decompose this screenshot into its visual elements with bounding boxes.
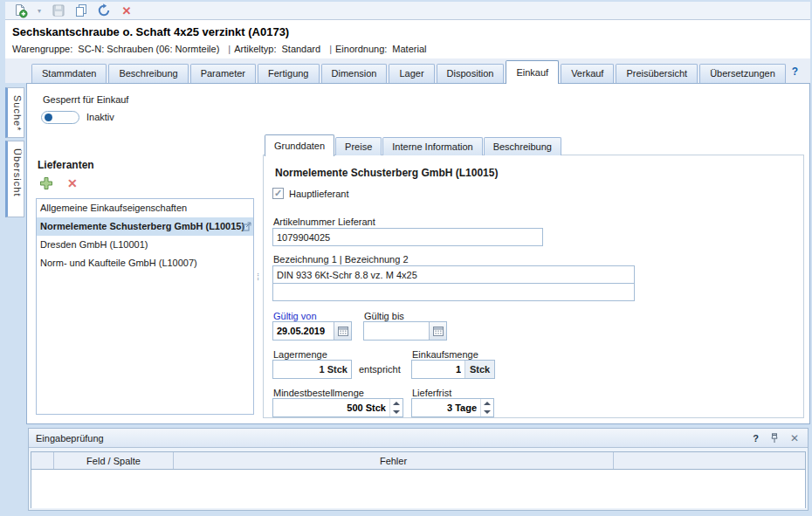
gueltig-bis-input[interactable] (364, 322, 429, 340)
lieferfrist-label: Lieferfrist (412, 388, 451, 398)
einkaufsmenge-field: Stck (411, 360, 495, 379)
indicator-column-header[interactable] (31, 452, 54, 469)
open-supplier-icon[interactable] (242, 222, 251, 231)
einordnung-label: Einordnung: (335, 44, 387, 54)
tab-uebersetzungen[interactable]: Übersetzungen (699, 64, 786, 83)
mindestbestellmenge-field (272, 398, 403, 417)
side-tab-uebersicht[interactable]: Übersicht (5, 141, 24, 217)
new-document-icon (13, 3, 28, 18)
spin-down-button[interactable] (481, 408, 493, 416)
warengruppe-value: SC-N: Schrauben (06: Normteile) (78, 44, 219, 54)
validation-table-header: Feld / Spalte Fehler (31, 452, 805, 470)
header-area: Sechskantschraube o. Schaft 4x25 verzink… (5, 20, 810, 58)
mindestbestellmenge-label: Mindestbestellmenge (273, 388, 364, 398)
fehler-column-header[interactable]: Fehler (174, 452, 614, 469)
pin-icon[interactable] (769, 433, 780, 444)
validation-table-body (31, 470, 805, 508)
panel-help-icon[interactable]: ? (753, 433, 759, 444)
gueltig-von-calendar-button[interactable] (334, 322, 351, 340)
add-supplier-button[interactable] (38, 175, 54, 191)
gueltig-von-label: Gültig von (273, 311, 317, 321)
bezeichnung1-input[interactable] (272, 265, 635, 284)
lieferfrist-spinner (480, 399, 493, 416)
save-button[interactable] (51, 3, 66, 18)
subtab-beschreibung[interactable]: Beschreibung (484, 137, 561, 155)
tab-beschreibung[interactable]: Beschreibung (108, 64, 188, 83)
lieferanten-heading: Lieferanten (38, 159, 94, 171)
supplier-item[interactable]: Allgemeine Einkaufseigenschaften (37, 199, 253, 217)
supplier-item[interactable]: Norm- und Kaufteile GmbH (L10007) (37, 254, 253, 272)
tab-disposition[interactable]: Disposition (437, 64, 505, 83)
lieferfrist-input[interactable] (412, 399, 480, 416)
toggle-knob (45, 114, 52, 121)
tab-einkauf[interactable]: Einkauf (506, 60, 559, 84)
artikelnummer-label: Artikelnummer Lieferant (273, 217, 375, 227)
side-tab-suche[interactable]: Suche* (5, 87, 24, 138)
close-panel-icon[interactable]: ✕ (790, 432, 799, 444)
copy-button[interactable] (73, 3, 89, 18)
spin-up-button[interactable] (390, 399, 403, 408)
warengruppe-label: Warengruppe: (12, 44, 72, 54)
lagermenge-input[interactable] (272, 360, 352, 379)
tab-preisuebersicht[interactable]: Preisübersicht (616, 64, 698, 83)
new-record-dropdown[interactable]: ▾ (35, 3, 44, 18)
save-icon (52, 3, 65, 17)
lieferfrist-field (411, 398, 494, 417)
bezeichnung-label: Bezeichnung 1 | Bezeichnung 2 (273, 254, 409, 265)
mindestbestellmenge-input[interactable] (273, 399, 389, 416)
gueltig-bis-calendar-button[interactable] (429, 322, 446, 340)
new-record-button[interactable] (12, 3, 28, 18)
eingabepruefung-panel: Eingabeprüfung ? ✕ Feld / Spalte Fehler (28, 428, 809, 511)
remove-supplier-button[interactable]: ✕ (67, 176, 78, 190)
refresh-button[interactable] (96, 3, 112, 18)
gesperrt-label: Gesperrt für Einkauf (43, 94, 128, 105)
side-tabstrip: Suche* Übersicht (5, 87, 24, 220)
subtab-preise[interactable]: Preise (335, 137, 382, 155)
subtab-grunddaten[interactable]: Grunddaten (265, 134, 334, 156)
supplier-detail-title: Normelemente Schusterberg GmbH (L10015) (275, 167, 498, 179)
toolbar: ▾ ✕ (5, 2, 810, 20)
splitter-handle[interactable]: ⁞ (257, 272, 258, 282)
spin-down-button[interactable] (390, 408, 403, 416)
subtab-interne-information[interactable]: Interne Information (382, 137, 482, 155)
einkaufsmenge-unit: Stck (464, 361, 494, 378)
supplier-item-selected[interactable]: Normelemente Schusterberg GmbH (L10015) (37, 217, 253, 236)
tab-fertigung[interactable]: Fertigung (258, 64, 319, 83)
main-tabstrip: Stammdaten Beschreibung Parameter Fertig… (5, 58, 810, 83)
tab-lager[interactable]: Lager (389, 64, 434, 83)
lagermenge-label: Lagermenge (273, 349, 327, 360)
empty-column-header[interactable] (614, 452, 805, 469)
gesperrt-toggle[interactable] (41, 111, 79, 124)
tab-stammdaten[interactable]: Stammdaten (31, 64, 107, 83)
einkaufsmenge-input[interactable] (412, 361, 464, 378)
bezeichnung2-input[interactable] (272, 283, 635, 301)
gueltig-von-input[interactable] (273, 322, 334, 340)
plus-icon (38, 175, 54, 191)
tab-verkauf[interactable]: Verkauf (561, 64, 614, 83)
tab-dimension[interactable]: Dimension (321, 64, 388, 83)
hauptlieferant-checkbox[interactable]: ✓ (272, 188, 284, 199)
delete-button[interactable]: ✕ (119, 3, 134, 18)
delete-icon: ✕ (122, 4, 132, 17)
tab-parameter[interactable]: Parameter (190, 64, 256, 83)
mindestbestellmenge-spinner (389, 399, 403, 416)
gueltig-von-field (272, 321, 352, 341)
grunddaten-groupbox: Normelemente Schusterberg GmbH (L10015) … (263, 155, 804, 418)
supplier-detail-tabstrip: Grunddaten Preise Interne Information Be… (265, 133, 562, 155)
article-meta: Warengruppe:SC-N: Schrauben (06: Normtei… (12, 44, 431, 54)
help-icon[interactable]: ? (792, 65, 798, 78)
feld-spalte-column-header[interactable]: Feld / Spalte (54, 452, 174, 469)
entspricht-label: entspricht (359, 364, 401, 375)
eingabepruefung-header: Eingabeprüfung ? ✕ (29, 429, 808, 448)
artikelnummer-input[interactable] (272, 228, 543, 246)
artikeltyp-label: Artikeltyp: (234, 44, 276, 54)
spin-up-button[interactable] (481, 399, 493, 408)
supplier-item[interactable]: Dresden GmbH (L10001) (37, 236, 253, 254)
calendar-icon (338, 326, 348, 336)
refresh-icon (97, 3, 111, 17)
einkauf-panel: Gesperrt für Einkauf Inaktiv Lieferanten… (26, 83, 810, 424)
eingabepruefung-title: Eingabeprüfung (36, 433, 104, 444)
gueltig-bis-field (363, 321, 447, 341)
gueltig-bis-label: Gültig bis (364, 311, 404, 321)
calendar-icon (433, 326, 444, 336)
